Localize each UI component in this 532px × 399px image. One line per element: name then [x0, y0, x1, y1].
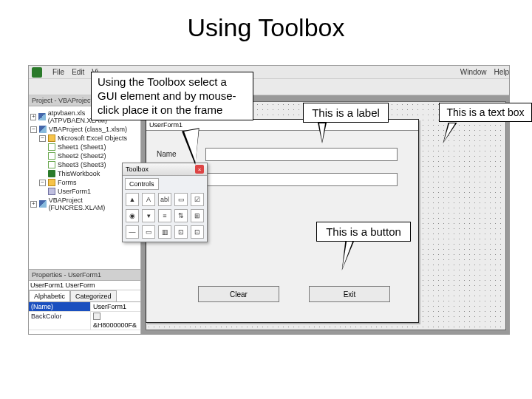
workbook-icon	[48, 170, 55, 177]
menu-window[interactable]: Window	[460, 68, 487, 76]
tool-checkbox-icon[interactable]: ◉	[126, 209, 139, 222]
slide-title: Using Toolbox	[0, 0, 532, 48]
tool-scrollbar-icon[interactable]: ▥	[158, 225, 171, 239]
folder-icon	[48, 179, 55, 186]
vba-icon	[39, 200, 47, 208]
properties-tab-categorized[interactable]: Categorized	[70, 290, 117, 301]
tree-sheet3[interactable]: Sheet3 (Sheet3)	[58, 161, 106, 168]
expander-icon[interactable]: −	[30, 126, 37, 133]
tool-pointer-icon[interactable]: ▲	[126, 193, 139, 206]
tree-workbook[interactable]: ThisWorkbook	[58, 170, 100, 177]
tool-listbox-icon[interactable]: ☑	[191, 193, 204, 206]
callout-button: This is a button	[316, 222, 411, 242]
textbox-age[interactable]	[205, 173, 398, 186]
tool-textbox-icon[interactable]: abl	[158, 193, 171, 206]
callout-instruction: Using the Toolbox select a GUI element a…	[91, 72, 253, 120]
color-swatch-icon	[93, 313, 100, 320]
expander-icon[interactable]: −	[39, 135, 46, 142]
properties-title: Properties - UserForm1	[29, 270, 140, 281]
properties-grid[interactable]: (Name)UserForm1 BackColor&H8000000F&	[29, 301, 140, 334]
toolbox-grid: ▲ A abl ▭ ☑ ◉ ▾ ≡ ⇅ ⊞ — ▭ ▥ ⊡ ⊡	[123, 190, 207, 242]
tree-userform[interactable]: UserForm1	[58, 188, 91, 195]
tool-toggle-icon[interactable]: ≡	[158, 209, 171, 222]
label-name[interactable]: Name	[157, 150, 177, 158]
toolbox-tab-controls[interactable]: Controls	[125, 178, 159, 190]
menu-edit[interactable]: Edit	[72, 68, 84, 76]
close-icon[interactable]: ×	[195, 165, 204, 174]
menu-file[interactable]: File	[52, 68, 64, 76]
tree-excel-objects[interactable]: Microsoft Excel Objects	[58, 134, 127, 142]
tool-tabstrip-icon[interactable]: —	[126, 225, 139, 239]
vba-icon	[38, 113, 45, 120]
prop-backcolor-value[interactable]: &H8000000F&	[90, 312, 140, 330]
tool-option-icon[interactable]: ▾	[142, 209, 155, 222]
tool-label-icon[interactable]: A	[142, 193, 155, 206]
tool-combobox-icon[interactable]: ▭	[174, 193, 188, 206]
tree-sheet2[interactable]: Sheet2 (Sheet2)	[58, 152, 106, 160]
menu-help[interactable]: Help	[494, 68, 509, 76]
prop-backcolor-key[interactable]: BackColor	[29, 312, 90, 330]
tool-frame-icon[interactable]: ⇅	[174, 209, 188, 222]
tool-image-icon[interactable]: ⊡	[191, 225, 204, 239]
properties-object-combo[interactable]: UserForm1 UserForm	[29, 281, 140, 290]
folder-icon	[48, 134, 55, 142]
excel-icon	[32, 67, 42, 78]
expander-icon[interactable]: +	[30, 201, 37, 208]
callout-label: This is a label	[303, 103, 389, 123]
form-icon	[48, 188, 55, 195]
tool-spin-icon[interactable]: ⊡	[174, 225, 188, 239]
vba-icon	[39, 126, 47, 133]
toolbox-title: Toolbox	[126, 166, 149, 173]
properties-pane: Properties - UserForm1 UserForm1 UserFor…	[29, 269, 140, 334]
tree-sheet1[interactable]: Sheet1 (Sheet1)	[58, 143, 106, 151]
tool-multipage-icon[interactable]: ▭	[142, 225, 155, 239]
sheet-icon	[48, 143, 55, 151]
expander-icon[interactable]: +	[30, 114, 36, 120]
tree-forms[interactable]: Forms	[58, 179, 77, 186]
sheet-icon	[48, 161, 55, 168]
sheet-icon	[48, 152, 55, 160]
expander-icon[interactable]: −	[39, 180, 46, 186]
tree-vbaproject[interactable]: VBAProject (class_1.xlsm)	[49, 126, 127, 133]
properties-tab-alphabetic[interactable]: Alphabetic	[29, 290, 70, 301]
button-clear[interactable]: Clear	[198, 286, 279, 302]
button-exit[interactable]: Exit	[309, 286, 390, 302]
tool-command-icon[interactable]: ⊞	[191, 209, 204, 222]
prop-name-value[interactable]: UserForm1	[90, 302, 140, 311]
textbox-name[interactable]	[205, 148, 398, 161]
callout-textbox: This is a text box	[439, 103, 532, 122]
toolbox-window[interactable]: Toolbox × Controls ▲ A abl ▭ ☑ ◉ ▾ ≡ ⇅ ⊞…	[122, 163, 208, 242]
callout-tail-icon	[318, 123, 327, 143]
prop-name-key[interactable]: (Name)	[29, 302, 90, 311]
